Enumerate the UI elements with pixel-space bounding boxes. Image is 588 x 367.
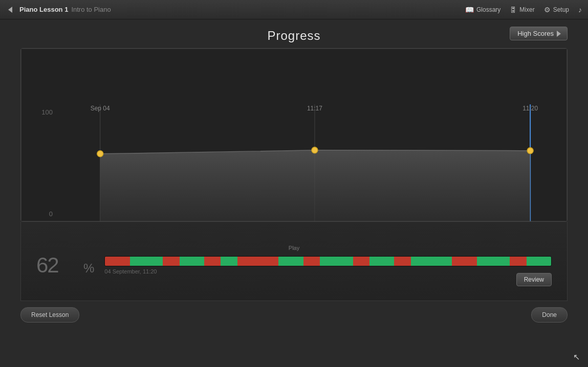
- lesson-subtitle: Intro to Piano: [71, 6, 111, 13]
- score-percent: %: [83, 261, 94, 276]
- mixer-icon: 🎛: [510, 6, 517, 14]
- svg-text:0: 0: [49, 210, 53, 218]
- svg-text:11:20: 11:20: [522, 105, 538, 112]
- review-button[interactable]: Review: [516, 273, 552, 286]
- mixer-label: Mixer: [519, 6, 534, 13]
- footer: Reset Lesson Done: [0, 301, 588, 323]
- setup-icon: ⚙: [544, 6, 551, 14]
- done-button[interactable]: Done: [531, 307, 568, 323]
- progress-chart: 100 0 Sep 04 11:17 11:20: [20, 48, 568, 222]
- bar-segment: [180, 257, 204, 266]
- svg-point-11: [312, 147, 318, 153]
- chart-svg: 100 0 Sep 04 11:17 11:20: [21, 49, 567, 221]
- bar-segment: [411, 257, 452, 266]
- main-content: Progress High Scores 100 0 Sep 04 11:17 …: [0, 19, 588, 301]
- svg-text:11:17: 11:17: [307, 105, 322, 112]
- svg-marker-0: [8, 7, 12, 13]
- bar-segment: [320, 257, 353, 266]
- bar-segment: [394, 257, 410, 266]
- bar-segment: [477, 257, 510, 266]
- bar-segment: [452, 257, 476, 266]
- score-row: 62 % 04 September, 11:20: [36, 253, 552, 278]
- svg-text:100: 100: [41, 108, 53, 116]
- bar-segment: [130, 257, 163, 266]
- lesson-title: Piano Lesson 1: [19, 6, 68, 13]
- progress-bar: [104, 256, 552, 266]
- titlebar: Piano Lesson 1 Intro to Piano 📖 Glossary…: [0, 0, 588, 19]
- timestamp: 04 September, 11:20: [104, 268, 552, 274]
- svg-point-12: [527, 148, 533, 154]
- nav-right: 📖 Glossary 🎛 Mixer ⚙ Setup ♪: [465, 6, 582, 14]
- svg-point-10: [97, 151, 103, 157]
- high-scores-button[interactable]: High Scores: [510, 27, 568, 40]
- bar-segment: [527, 257, 551, 266]
- setup-nav[interactable]: ⚙ Setup: [544, 6, 569, 14]
- glossary-nav[interactable]: 📖 Glossary: [465, 6, 500, 14]
- bar-segment: [163, 257, 179, 266]
- bar-segment: [510, 257, 526, 266]
- bar-segment: [278, 257, 303, 266]
- bar-segment: [353, 257, 369, 266]
- setup-label: Setup: [553, 6, 569, 13]
- page-title: Progress: [20, 29, 568, 43]
- score-display-wrap: 62 %: [36, 253, 94, 278]
- page-title-wrap: Progress High Scores: [20, 19, 568, 48]
- bottom-panel: Play 62 % 04 September, 11:20 Review: [20, 222, 568, 301]
- progress-bar-wrap: 04 September, 11:20: [104, 256, 552, 274]
- reset-lesson-button[interactable]: Reset Lesson: [20, 307, 79, 323]
- cursor: ↖: [573, 352, 580, 362]
- mixer-nav[interactable]: 🎛 Mixer: [510, 6, 534, 14]
- bar-segment: [303, 257, 320, 266]
- glossary-icon: 📖: [465, 6, 474, 14]
- bar-segment: [105, 257, 129, 266]
- music-icon: ♪: [578, 6, 582, 14]
- bar-segment: [369, 257, 394, 266]
- bar-segment: [204, 257, 221, 266]
- glossary-label: Glossary: [476, 6, 500, 13]
- bar-segment: [237, 257, 279, 266]
- back-button[interactable]: [6, 6, 14, 14]
- svg-text:Sep 04: Sep 04: [91, 105, 110, 112]
- music-nav[interactable]: ♪: [578, 6, 582, 14]
- score-value: 62: [36, 253, 88, 278]
- play-label: Play: [36, 245, 552, 251]
- bar-segment: [221, 257, 237, 266]
